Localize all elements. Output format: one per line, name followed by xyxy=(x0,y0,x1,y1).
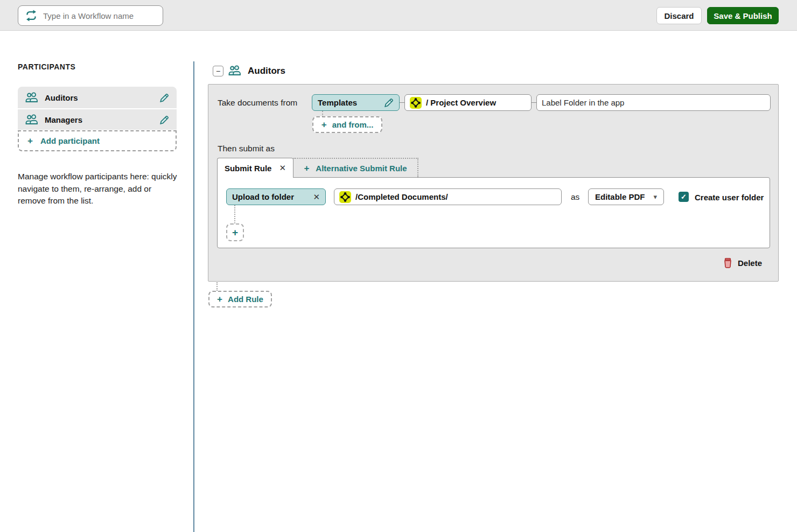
plus-icon: + xyxy=(232,227,238,237)
folder-hub-icon xyxy=(410,97,422,109)
trash-icon xyxy=(723,258,732,268)
add-action-button[interactable]: + xyxy=(226,223,244,241)
participant-label: Auditors xyxy=(45,93,152,102)
add-rule-button[interactable]: + Add Rule xyxy=(208,291,272,307)
remove-action-icon[interactable]: ✕ xyxy=(313,192,320,202)
source-chip-templates[interactable]: Templates xyxy=(312,94,400,111)
create-user-folder-checkbox[interactable]: ✓ xyxy=(679,192,689,202)
workflow-name-field[interactable] xyxy=(18,5,163,26)
participants-description: Manage workflow participants here: quick… xyxy=(18,171,180,207)
section-title: Auditors xyxy=(248,66,285,76)
tab-submit-rule[interactable]: Submit Rule ✕ xyxy=(217,158,293,178)
submit-rule-box: Upload to folder ✕ /Completed Documents/… xyxy=(217,177,770,248)
action-chip-label: Upload to folder xyxy=(232,192,313,201)
source-folder-box[interactable]: / Project Overview xyxy=(404,94,532,111)
workflow-editor-page: Discard Save & Publish PARTICIPANTS Audi… xyxy=(0,0,797,532)
people-icon xyxy=(25,92,38,103)
delete-label: Delete xyxy=(738,258,762,268)
people-icon xyxy=(25,114,38,125)
dotted-connector xyxy=(234,205,235,223)
folder-label-field[interactable] xyxy=(536,94,771,111)
destination-folder-path: /Completed Documents/ xyxy=(355,192,448,201)
connector-line xyxy=(400,102,404,103)
destination-folder-box[interactable]: /Completed Documents/ xyxy=(334,188,562,205)
participants-list: Auditors Managers xyxy=(18,87,177,130)
sidebar-main-divider xyxy=(193,61,194,532)
plus-icon: + xyxy=(321,120,327,129)
plus-icon: + xyxy=(217,295,222,304)
participant-row-managers[interactable]: Managers xyxy=(18,108,177,130)
folder-label-input[interactable] xyxy=(542,98,765,107)
as-label: as xyxy=(571,192,579,202)
add-rule-label: Add Rule xyxy=(228,295,263,304)
save-publish-button[interactable]: Save & Publish xyxy=(707,7,779,24)
people-icon xyxy=(228,65,241,76)
create-user-folder-label: Create user folder xyxy=(695,193,764,202)
alternative-tab-label: Alternative Submit Rule xyxy=(316,164,407,173)
top-toolbar: Discard Save & Publish xyxy=(0,0,797,31)
tab-label: Submit Rule xyxy=(225,164,272,173)
and-from-label: and from... xyxy=(332,120,374,129)
then-submit-as-label: Then submit as xyxy=(218,144,275,153)
plus-icon: + xyxy=(27,136,33,145)
action-chip-upload-to-folder[interactable]: Upload to folder ✕ xyxy=(226,188,326,205)
folder-hub-icon xyxy=(339,191,351,203)
add-participant-label: Add participant xyxy=(40,136,100,145)
edit-pencil-icon[interactable] xyxy=(159,93,169,103)
workflow-name-input[interactable] xyxy=(43,11,156,20)
chevron-down-icon: ▾ xyxy=(653,193,657,201)
close-tab-icon[interactable]: ✕ xyxy=(279,163,286,173)
workflow-cycle-icon xyxy=(25,10,38,22)
add-participant-button[interactable]: + Add participant xyxy=(18,130,177,151)
tab-alternative-submit-rule[interactable]: + Alternative Submit Rule xyxy=(293,158,418,177)
dotted-connector xyxy=(216,282,218,291)
discard-button[interactable]: Discard xyxy=(656,7,702,24)
format-dropdown[interactable]: Editable PDF ▾ xyxy=(588,188,664,205)
and-from-button[interactable]: + and from... xyxy=(312,116,382,133)
source-folder-path: / Project Overview xyxy=(426,98,496,107)
delete-rule-button[interactable]: Delete xyxy=(723,258,762,268)
connector-line xyxy=(532,102,536,103)
plus-icon: + xyxy=(304,164,309,173)
edit-pencil-icon[interactable] xyxy=(159,115,169,125)
participants-heading: PARTICIPANTS xyxy=(18,62,75,71)
take-documents-from-label: Take documents from xyxy=(218,98,297,108)
format-selected-value: Editable PDF xyxy=(595,192,645,201)
source-chip-label: Templates xyxy=(318,98,383,107)
participant-row-auditors[interactable]: Auditors xyxy=(18,87,177,108)
edit-pencil-icon[interactable] xyxy=(383,97,394,108)
participant-label: Managers xyxy=(45,115,152,124)
collapse-section-button[interactable]: − xyxy=(213,66,223,76)
